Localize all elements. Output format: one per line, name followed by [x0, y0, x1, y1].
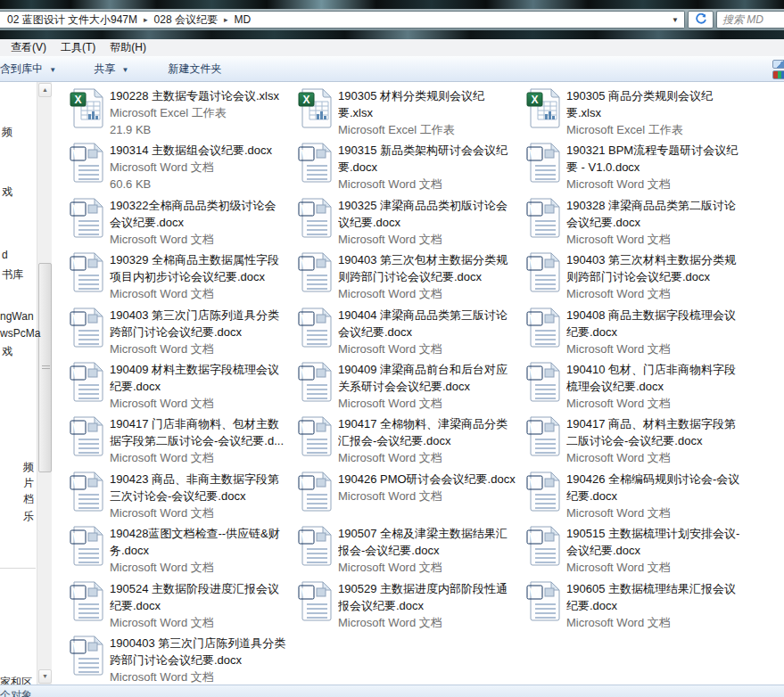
file-name: 190329 全棉商品主数据属性字段项目内初步讨论会议纪要.docx — [110, 251, 287, 285]
file-item[interactable]: X W 190423 商品、非商主数据字段第三次讨论会-会议 — [62, 469, 291, 523]
word-file-icon: W — [526, 362, 562, 403]
file-item[interactable]: X W 190515 主数据梳理计划安排会议-会议纪要.do — [519, 523, 747, 578]
file-item[interactable]: X W 190403 第三次包材主数据分类规则跨部门讨论会议 — [291, 250, 519, 304]
sidebar-item-fragment[interactable]: d — [2, 249, 8, 261]
file-item[interactable]: X W 190403 第三次材料主数据分类规则跨部门讨论会议 — [519, 250, 747, 304]
file-item[interactable]: X W 190329 全棉商品主数据属性字段项目内初步讨论会 — [62, 250, 291, 304]
file-text: 190417 商品、材料主数据字段第二版讨论会-会议纪要.docx Micros… — [566, 415, 744, 468]
file-text: 190403 第三次材料主数据分类规则跨部门讨论会议纪要.docx Micros… — [566, 251, 744, 304]
scroll-down-button[interactable]: ▼ — [38, 669, 52, 684]
file-type: Microsoft Word 文档 — [110, 159, 287, 176]
menu-help[interactable]: 帮助(H) — [110, 38, 153, 57]
file-item[interactable]: X W 190428蓝图文档检查--供应链&财务.docx — [62, 523, 291, 578]
preview-pane-icon[interactable] — [772, 70, 784, 79]
command-bar: 含到库中 ▼ 共享 ▼ 新建文件夹 — [0, 56, 784, 82]
file-name: 190605 主数据梳理结果汇报会议纪要.docx — [566, 580, 744, 614]
file-text: 190605 主数据梳理结果汇报会议纪要.docx Microsoft Word… — [566, 580, 744, 633]
sidebar-item-fragment[interactable]: 戏 — [2, 184, 12, 200]
svg-text:W: W — [530, 477, 541, 489]
file-item[interactable]: X W 190426 PMO研讨会会议纪要.docx — [291, 469, 519, 523]
file-name: 190328 津梁商品品类第二版讨论会议纪要.docx — [566, 197, 744, 231]
sidebar-item-fragment[interactable]: 家和区 — [0, 675, 32, 685]
search-box[interactable] — [716, 11, 784, 29]
file-item[interactable]: X W 190322全棉商品品类初级讨论会会议纪要.docx — [62, 195, 291, 250]
file-item[interactable]: X W 190404 津梁商品品类第三版讨论会议纪要.doc — [291, 305, 519, 359]
file-icon: X W — [70, 525, 105, 567]
address-dropdown-icon[interactable]: ▼ — [672, 16, 681, 24]
word-file-icon: W — [526, 526, 562, 567]
breadcrumb-chevron-icon[interactable]: ▸ — [219, 15, 233, 24]
scrollbar-thumb[interactable] — [38, 263, 52, 472]
word-file-icon: W — [526, 143, 562, 184]
file-icon: X W — [70, 471, 105, 512]
file-item[interactable]: X W 190408 商品主数据字段梳理会议纪要.docx — [519, 305, 747, 359]
file-item[interactable]: X W 190410 包材、门店非商物料字段梳理会议纪要.d — [519, 359, 747, 414]
file-icon: X W — [70, 197, 105, 239]
file-item[interactable]: X W 190417 门店非商物料、包材主数据字段第二版讨论 — [62, 414, 291, 468]
file-item[interactable]: X W 190409 津梁商品前台和后台对应关系研讨会会议纪 — [291, 359, 519, 414]
sidebar-item-fragment[interactable]: 片 — [23, 476, 34, 491]
file-name: 190426 全棉编码规则讨论会-会议纪要.docx — [566, 471, 744, 504]
file-name: 190403 第三次包材主数据分类规则跨部门讨论会议纪要.docx — [338, 251, 516, 285]
change-view-icon[interactable] — [772, 60, 784, 69]
breadcrumb-chevron-icon[interactable]: ▸ — [139, 15, 153, 24]
scroll-up-button[interactable]: ▲ — [38, 83, 52, 97]
svg-text:W: W — [530, 586, 541, 599]
file-item[interactable]: X W 190426 全棉编码规则讨论会-会议纪要.docx — [519, 469, 747, 523]
word-file-icon: W — [70, 308, 105, 348]
file-item[interactable]: X W 190314 主数据组会议纪要.docx — [62, 140, 291, 194]
file-item[interactable]: X W 190305 材料分类规则会议纪要.xlsx — [291, 86, 519, 140]
word-file-icon: W — [526, 252, 562, 293]
breadcrumb-segment[interactable]: 02 蓝图设计 文件大小947M — [5, 12, 139, 28]
file-type: Microsoft Word 文档 — [566, 504, 744, 521]
file-item[interactable]: X W 190524 主数据阶段进度汇报会议纪要.docx — [62, 578, 291, 633]
file-name: 190408 商品主数据字段梳理会议纪要.docx — [566, 307, 744, 340]
sidebar-item-fragment[interactable]: 戏 — [2, 344, 12, 359]
file-item[interactable]: X W 190529 主数据进度内部阶段性通报会议纪要.d — [291, 578, 519, 633]
file-type: Microsoft Word 文档 — [338, 176, 516, 193]
new-folder-button[interactable]: 新建文件夹 — [161, 58, 229, 80]
file-item[interactable]: X W 190315 新品类架构研讨会会议纪要.docx — [291, 140, 519, 194]
sidebar-item-fragment[interactable]: ngWan — [0, 310, 34, 323]
file-item[interactable]: X W 190305 商品分类规则会议纪要.xlsx — [519, 86, 747, 140]
file-item[interactable]: X W 190321 BPM流程专题研讨会议纪要 - V1. — [519, 140, 747, 194]
file-text: 190315 新品类架构研讨会会议纪要.docx Microsoft Word … — [338, 142, 516, 194]
menu-view[interactable]: 查看(V) — [11, 38, 54, 57]
file-type: Microsoft Word 文档 — [110, 340, 287, 357]
sidebar-item-fragment[interactable]: 频 — [2, 125, 12, 140]
menu-tools[interactable]: 工具(T) — [61, 38, 103, 57]
refresh-button[interactable] — [688, 11, 714, 29]
sidebar-item-fragment[interactable]: 书库 — [2, 267, 23, 283]
word-file-icon: W — [526, 472, 562, 512]
file-item[interactable]: X W 190228 主数据专题讨论会议.xlsx — [62, 86, 291, 140]
file-item[interactable]: X W 190417 全棉物料、津梁商品分类汇报会-会议纪要 — [291, 414, 519, 468]
sidebar-item-fragment[interactable]: 乐 — [23, 509, 34, 524]
share-button[interactable]: 共享 ▼ — [87, 58, 136, 80]
breadcrumb-segment[interactable]: 028 会议纪要 — [153, 12, 219, 28]
file-type: Microsoft Word 文档 — [566, 176, 744, 193]
file-item[interactable]: X W 1900403 第三次门店陈列道具分类跨部门讨论会议 — [62, 633, 291, 687]
sidebar-scrollbar[interactable]: ▲ ▼ — [37, 82, 52, 685]
file-name: 190426 PMO研讨会会议纪要.docx — [338, 471, 516, 488]
file-icon: X W — [526, 471, 562, 512]
sidebar-item-fragment[interactable]: 频 — [23, 460, 34, 475]
file-type: Microsoft Word 文档 — [566, 395, 744, 412]
file-item[interactable]: X W 190328 津梁商品品类第二版讨论会议纪要.doc — [519, 195, 747, 250]
breadcrumb-segment[interactable]: MD — [232, 13, 252, 26]
search-input[interactable] — [722, 13, 781, 26]
status-bar: 个对象 — [0, 685, 784, 697]
file-item[interactable]: X W 190409 材料主数据字段梳理会议纪要.docx — [62, 359, 291, 414]
breadcrumb[interactable]: 02 蓝图设计 文件大小947M ▸ 028 会议纪要 ▸ MD ▼ — [0, 11, 685, 29]
sidebar-item-fragment[interactable]: wsPcMa — [0, 327, 40, 340]
file-name: 190322全棉商品品类初级讨论会会议纪要.docx — [110, 197, 287, 231]
file-item[interactable]: X W 190417 商品、材料主数据字段第二版讨论会-会议 — [519, 414, 747, 468]
include-in-library-button[interactable]: 含到库中 ▼ — [0, 58, 63, 80]
file-item[interactable]: X W 190605 主数据梳理结果汇报会议纪要.docx — [519, 578, 747, 633]
file-item[interactable]: X W 190507 全棉及津梁主数据结果汇报会-会议纪要. — [291, 523, 519, 578]
file-type: Microsoft Word 文档 — [110, 504, 287, 521]
sidebar-item-fragment[interactable]: 档 — [23, 492, 34, 507]
file-text: 190417 全棉物料、津梁商品分类汇报会-会议纪要.docx Microsof… — [338, 415, 516, 468]
file-item[interactable]: X W 190403 第三次门店陈列道具分类跨部门讨论会议纪 — [62, 305, 291, 359]
file-item[interactable]: X W 190325 津梁商品品类初版讨论会议纪要.docx — [291, 195, 519, 250]
file-size: 60.6 KB — [110, 176, 287, 193]
